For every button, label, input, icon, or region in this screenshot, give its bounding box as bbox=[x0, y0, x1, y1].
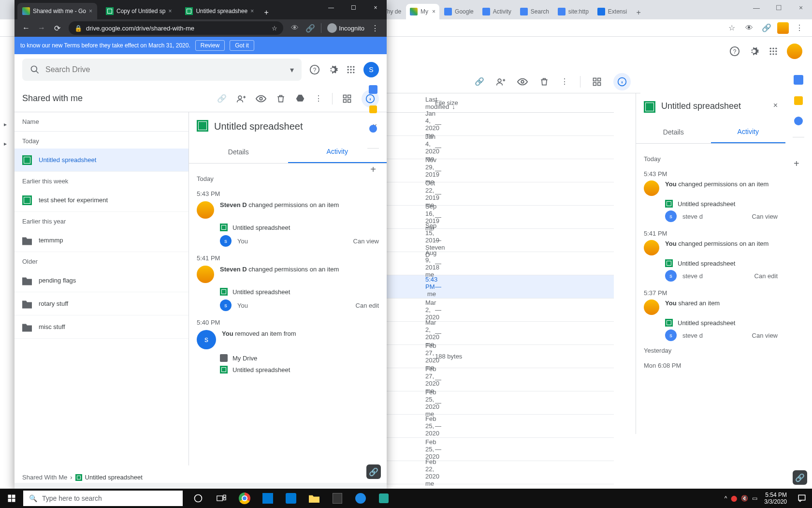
file-row[interactable]: Untitled spreadsheet bbox=[14, 149, 188, 172]
horizontal-scrollbar[interactable] bbox=[14, 483, 387, 489]
eye-icon[interactable]: 👁 bbox=[742, 21, 756, 35]
calendar-icon[interactable] bbox=[794, 75, 803, 85]
calculator-taskbar-icon[interactable] bbox=[326, 489, 349, 508]
taskbar-clock[interactable]: 5:54 PM3/3/2020 bbox=[759, 492, 792, 506]
tab-details[interactable]: Details bbox=[189, 140, 288, 163]
start-button[interactable] bbox=[0, 489, 23, 508]
tab-details[interactable]: Details bbox=[636, 120, 711, 143]
bg-tab[interactable]: Extensi bbox=[594, 4, 631, 19]
fg-maximize-button[interactable]: ☐ bbox=[342, 0, 364, 15]
tray-security-icon[interactable]: ⬤ bbox=[731, 495, 737, 502]
bg-minimize-button[interactable]: — bbox=[745, 0, 768, 15]
fg-minimize-button[interactable]: — bbox=[320, 0, 342, 15]
profile-icon[interactable] bbox=[777, 22, 789, 34]
file-row[interactable]: test sheet for experiment bbox=[14, 189, 188, 212]
share-icon[interactable] bbox=[496, 77, 506, 87]
tray-chevron-icon[interactable]: ^ bbox=[725, 495, 727, 502]
add-icon[interactable]: + bbox=[370, 164, 376, 175]
keep-icon[interactable] bbox=[369, 105, 377, 113]
more-icon[interactable]: ⋮ bbox=[561, 77, 568, 86]
help-icon[interactable]: ? bbox=[729, 45, 740, 57]
keep-icon[interactable] bbox=[794, 96, 803, 105]
fg-profile-avatar[interactable]: S bbox=[363, 62, 379, 77]
tasks-icon[interactable] bbox=[794, 117, 803, 125]
notification-center-icon[interactable] bbox=[792, 489, 812, 508]
gotit-button[interactable]: Got it bbox=[230, 40, 254, 51]
eye-icon[interactable]: 👁 bbox=[288, 21, 302, 35]
bg-tab-active[interactable]: My× bbox=[406, 4, 439, 19]
menu-icon[interactable]: ⋮ bbox=[793, 21, 806, 35]
close-tab-icon[interactable]: × bbox=[89, 8, 92, 15]
trash-icon[interactable] bbox=[539, 77, 549, 87]
close-tab-icon[interactable]: × bbox=[250, 8, 254, 15]
fg-tab[interactable]: Untitled spreadshee× bbox=[180, 3, 259, 19]
reload-button[interactable]: ⟳ bbox=[50, 21, 64, 35]
bg-close-button[interactable]: × bbox=[790, 0, 812, 15]
menu-icon[interactable]: ⋮ bbox=[368, 21, 382, 35]
tray-volume-icon[interactable]: 🔇 bbox=[741, 495, 748, 502]
file-row[interactable]: pending flags bbox=[14, 269, 188, 292]
share-icon[interactable] bbox=[236, 94, 246, 104]
taskbar-search[interactable]: 🔍Type here to search bbox=[23, 491, 183, 506]
bg-link-fab[interactable]: 🔗 bbox=[793, 470, 807, 485]
star-icon[interactable]: ☆ bbox=[272, 25, 277, 32]
help-icon[interactable]: ? bbox=[309, 64, 320, 75]
preview-icon[interactable] bbox=[517, 76, 528, 87]
forward-button[interactable]: → bbox=[35, 21, 48, 35]
col-name-header[interactable]: Name bbox=[14, 112, 188, 132]
bg-sidebar-toggle[interactable]: ▸ bbox=[4, 140, 7, 147]
breadcrumb-root[interactable]: Shared With Me bbox=[22, 474, 67, 481]
grid-view-icon[interactable] bbox=[592, 77, 602, 87]
file-row[interactable]: temmmp bbox=[14, 229, 188, 252]
fg-tab-active[interactable]: Shared with me - Go× bbox=[17, 3, 97, 19]
bg-maximize-button[interactable]: ☐ bbox=[768, 0, 790, 15]
file-row[interactable]: rotary stuff bbox=[14, 292, 188, 315]
more-icon[interactable]: ⋮ bbox=[315, 94, 322, 103]
cortana-icon[interactable] bbox=[187, 489, 210, 508]
chrome-taskbar-icon[interactable] bbox=[233, 489, 256, 508]
fg-tab[interactable]: Copy of Untitled sp× bbox=[101, 3, 176, 19]
bg-new-tab-button[interactable]: + bbox=[632, 6, 645, 19]
store-taskbar-icon[interactable] bbox=[256, 489, 279, 508]
drive-icon[interactable] bbox=[295, 94, 305, 104]
bg-sidebar-toggle[interactable]: ▸ bbox=[4, 121, 7, 128]
app-taskbar-icon[interactable] bbox=[372, 489, 395, 508]
gear-icon[interactable] bbox=[748, 45, 760, 57]
info-icon[interactable] bbox=[613, 73, 631, 90]
close-icon[interactable]: × bbox=[773, 101, 778, 110]
grid-view-icon[interactable] bbox=[342, 94, 352, 104]
preview-icon[interactable] bbox=[256, 93, 266, 104]
star-icon[interactable]: ☆ bbox=[725, 21, 739, 35]
bg-tab[interactable]: Activity bbox=[478, 4, 515, 19]
back-button[interactable]: ← bbox=[19, 21, 33, 35]
trash-icon[interactable] bbox=[276, 94, 286, 104]
tasks-icon[interactable] bbox=[369, 125, 377, 133]
fg-new-tab-button[interactable]: + bbox=[260, 6, 273, 19]
bg-profile-avatar[interactable] bbox=[787, 44, 802, 59]
explorer-taskbar-icon[interactable] bbox=[303, 489, 326, 508]
fg-close-button[interactable]: × bbox=[364, 0, 387, 15]
bg-tab[interactable]: Google bbox=[440, 4, 478, 19]
url-bar[interactable]: 🔒drive.google.com/drive/shared-with-me☆ bbox=[69, 21, 283, 35]
link-icon[interactable]: 🔗 bbox=[304, 21, 317, 35]
task-view-icon[interactable] bbox=[210, 489, 233, 508]
link-icon[interactable]: 🔗 bbox=[217, 94, 227, 103]
apps-icon[interactable] bbox=[768, 45, 779, 57]
gear-icon[interactable] bbox=[328, 64, 338, 75]
fg-link-fab[interactable]: 🔗 bbox=[366, 464, 381, 479]
calendar-icon[interactable] bbox=[369, 85, 377, 94]
col-size-header[interactable]: File size bbox=[435, 99, 458, 106]
apps-icon[interactable] bbox=[346, 65, 356, 75]
bg-tab[interactable]: site:http bbox=[554, 4, 593, 19]
bg-tab[interactable]: Search bbox=[516, 4, 553, 19]
ie-taskbar-icon[interactable] bbox=[349, 489, 372, 508]
close-tab-icon[interactable]: × bbox=[168, 8, 172, 15]
tray-battery-icon[interactable]: ▭ bbox=[752, 495, 757, 502]
tab-activity[interactable]: Activity bbox=[711, 120, 786, 143]
review-button[interactable]: Review bbox=[195, 40, 225, 51]
edge-taskbar-icon[interactable] bbox=[279, 489, 303, 508]
file-row[interactable]: misc stuff bbox=[14, 315, 188, 339]
search-input-wrapper[interactable]: ▾ bbox=[22, 59, 302, 81]
link-icon[interactable]: 🔗 bbox=[760, 21, 773, 35]
add-icon[interactable]: + bbox=[794, 158, 803, 168]
